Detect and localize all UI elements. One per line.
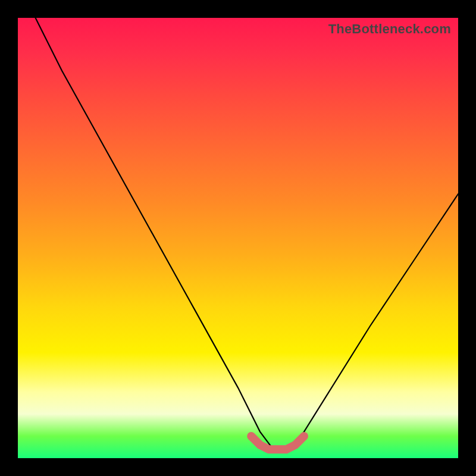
bottleneck-curve-path	[36, 18, 458, 449]
optimal-range-highlight	[251, 436, 304, 449]
plot-area: TheBottleneck.com	[18, 18, 458, 458]
curve-layer	[18, 18, 458, 458]
chart-frame: TheBottleneck.com	[0, 0, 476, 476]
